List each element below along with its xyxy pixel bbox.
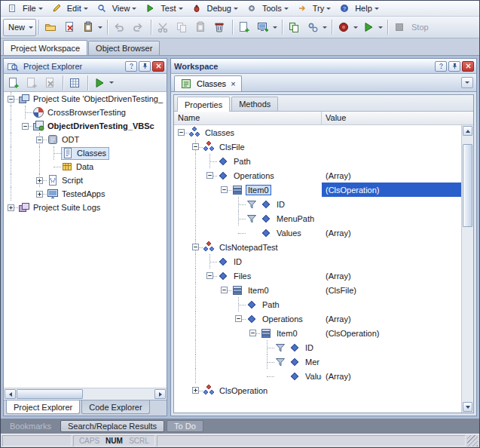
collapse-toggle-icon[interactable]	[192, 244, 199, 250]
grid-row-classes[interactable]: Classes	[174, 125, 461, 140]
expand-toggle-icon[interactable]	[36, 191, 43, 198]
scrollbar-track[interactable]	[463, 137, 472, 401]
close-button[interactable]	[152, 61, 164, 72]
configure-button[interactable]	[304, 19, 329, 36]
scrollbar-track[interactable]	[17, 389, 154, 399]
collapse-toggle-icon[interactable]	[36, 137, 43, 143]
grid-row-menupath[interactable]: MenuPath	[174, 211, 461, 226]
horizontal-scrollbar[interactable]	[4, 388, 167, 400]
tree-item-objectdriventesting-vbsc[interactable]: ObjectDrivenTesting_VBSc	[4, 119, 167, 133]
tree-item-classes[interactable]: Classes	[4, 146, 167, 160]
tab-methods[interactable]: Methods	[231, 97, 278, 111]
close-button[interactable]	[462, 61, 474, 72]
menu-edit[interactable]: Edit	[47, 1, 93, 16]
tab-bookmarks[interactable]: Bookmarks	[3, 420, 58, 432]
help-button[interactable]	[435, 61, 447, 72]
tab-list-button[interactable]	[461, 77, 473, 88]
collapse-toggle-icon[interactable]	[221, 186, 228, 193]
run-project-button[interactable]	[92, 75, 115, 91]
help-button[interactable]	[125, 61, 137, 72]
scroll-right-button[interactable]	[154, 389, 166, 399]
collapse-toggle-icon[interactable]	[178, 129, 185, 136]
grid-row-item0[interactable]: Item0(ClsOperation)	[174, 183, 461, 197]
scroll-down-button[interactable]	[463, 402, 472, 412]
add-app-button[interactable]	[255, 19, 280, 36]
tab-search-replace-results[interactable]: Search/Replace Results	[60, 420, 164, 432]
collapse-toggle-icon[interactable]	[192, 143, 199, 150]
delete-item-button[interactable]	[61, 19, 80, 36]
menu-view[interactable]: View	[93, 1, 142, 16]
tab-code-explorer[interactable]: Code Explorer	[81, 400, 149, 414]
menu-debug[interactable]: Debug	[188, 1, 243, 16]
new-button[interactable]: New	[3, 19, 36, 36]
menu-try[interactable]: Try	[293, 1, 335, 16]
menu-test[interactable]: Test	[141, 1, 187, 16]
add-item-button[interactable]	[6, 75, 23, 91]
grid-row-id[interactable]: ID	[174, 254, 461, 268]
paste-special-button[interactable]	[80, 19, 105, 36]
tree-item-data[interactable]: Data	[4, 160, 167, 173]
tree-item-odt[interactable]: ODT	[4, 133, 167, 146]
grid-row-item0[interactable]: Item0(ClsFile)	[174, 283, 461, 297]
grid-row-files[interactable]: Files(Array)	[174, 268, 461, 283]
grid-row-mer[interactable]: Mer	[174, 354, 461, 369]
expand-toggle-icon[interactable]	[36, 177, 43, 184]
duplicate-button[interactable]	[286, 19, 304, 36]
run-button[interactable]	[360, 19, 385, 36]
menu-file[interactable]: File	[3, 1, 47, 16]
grid-row-clsfile[interactable]: ClsFile	[174, 140, 461, 154]
chevron-down-icon	[273, 26, 277, 29]
scroll-left-button[interactable]	[5, 389, 16, 399]
tree-guide	[203, 254, 217, 268]
grid-row-values[interactable]: Values(Array)	[174, 226, 461, 240]
tree-item-project-suite-objectdriventesting[interactable]: Project Suite 'ObjectDrivenTesting_	[4, 92, 167, 106]
grid-row-id[interactable]: ID	[174, 197, 461, 211]
vertical-scrollbar[interactable]	[461, 125, 473, 413]
close-tab-icon[interactable]: ×	[231, 79, 235, 88]
tab-object-browser[interactable]: Object Browser	[88, 41, 160, 55]
tab-project-workspace[interactable]: Project Workspace	[3, 40, 87, 55]
open-button[interactable]	[42, 19, 61, 36]
grid-row-operations[interactable]: Operations(Array)	[174, 168, 461, 183]
grid-row-operations[interactable]: Operations(Array)	[174, 311, 461, 326]
collapse-toggle-icon[interactable]	[206, 272, 213, 279]
scrollbar-thumb[interactable]	[17, 389, 83, 399]
resize-grip[interactable]	[467, 435, 478, 446]
grid-row-values[interactable]: Values(Array)	[174, 369, 461, 383]
grid-row-clsoperation[interactable]: ClsOperation	[174, 383, 461, 397]
collapse-toggle-icon[interactable]	[235, 315, 242, 322]
tree-item-crossbrowsertesting[interactable]: CrossBrowserTesting	[4, 106, 167, 119]
grid-row-clsnotepadtest[interactable]: ClsNotepadTest	[174, 240, 461, 254]
tree-item-testedapps[interactable]: TestedApps	[4, 187, 167, 201]
tab-properties[interactable]: Properties	[177, 97, 230, 112]
pin-button[interactable]	[448, 61, 460, 72]
scroll-up-button[interactable]	[463, 126, 472, 136]
grid-row-path[interactable]: Path	[174, 154, 461, 168]
menu-help[interactable]: ?Help	[335, 1, 384, 16]
expand-toggle-icon[interactable]	[192, 387, 199, 394]
tree-guide	[203, 340, 217, 354]
record-button[interactable]	[335, 19, 360, 36]
collapse-toggle-icon[interactable]	[8, 96, 14, 103]
grid-row-item0[interactable]: Item0(ClsOperation)	[174, 326, 461, 340]
menu-tools[interactable]: Tools	[243, 1, 293, 16]
collapse-toggle-icon[interactable]	[221, 287, 228, 293]
collapse-toggle-icon[interactable]	[249, 330, 256, 336]
collapse-toggle-icon[interactable]	[22, 123, 29, 130]
collapse-toggle-icon[interactable]	[206, 172, 213, 179]
tab-to-do[interactable]: To Do	[167, 420, 203, 432]
delete-button[interactable]	[211, 19, 230, 36]
view-fields-button[interactable]	[67, 75, 84, 91]
expand-toggle-icon[interactable]	[8, 204, 14, 211]
column-header-value[interactable]: Value	[322, 112, 473, 124]
tree-item-project-suite-logs[interactable]: Project Suite Logs	[4, 201, 167, 214]
column-header-name[interactable]: Name	[174, 112, 322, 124]
add-item-button[interactable]	[236, 19, 255, 36]
scrollbar-thumb[interactable]	[463, 144, 472, 227]
pin-button[interactable]	[139, 61, 151, 72]
tab-project-explorer[interactable]: Project Explorer	[6, 400, 80, 414]
doc-tab-classes[interactable]: Classes ×	[174, 75, 242, 91]
grid-row-path[interactable]: Path	[174, 297, 461, 311]
grid-row-id[interactable]: ID	[174, 340, 461, 354]
tree-item-script[interactable]: Script	[4, 173, 167, 187]
